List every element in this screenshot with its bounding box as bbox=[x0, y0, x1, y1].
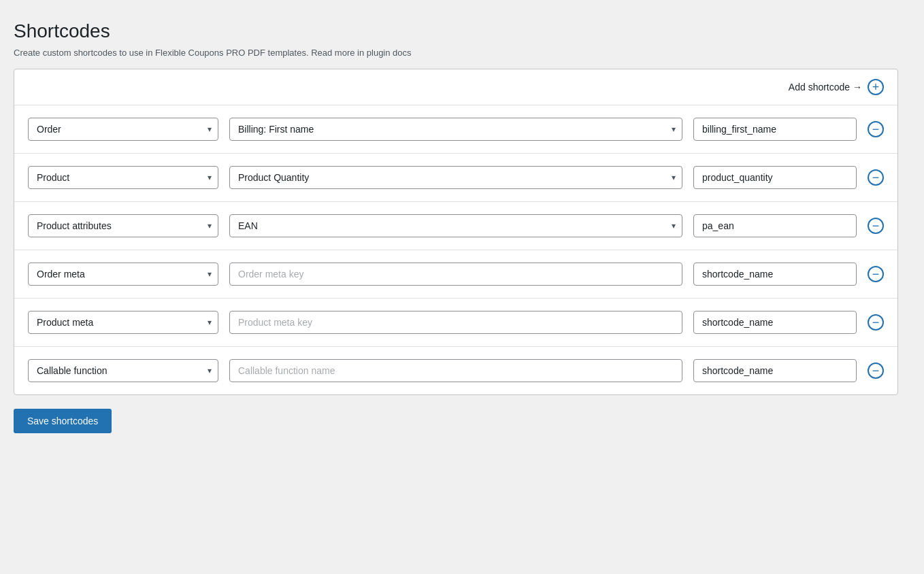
shortcode-value-input[interactable] bbox=[693, 311, 857, 334]
shortcode-row: Order Product Product attributes Order m… bbox=[14, 250, 897, 299]
minus-icon: − bbox=[868, 362, 884, 379]
type-select[interactable]: Order Product Product attributes Order m… bbox=[28, 311, 218, 334]
type-select-wrapper: Order Product Product attributes Order m… bbox=[28, 166, 218, 189]
field-text-input[interactable] bbox=[229, 359, 682, 382]
minus-icon: − bbox=[868, 314, 884, 331]
minus-icon: − bbox=[868, 218, 884, 234]
type-select-wrapper: Order Product Product attributes Order m… bbox=[28, 359, 218, 382]
header-row: Add shortcode → + bbox=[14, 69, 897, 105]
type-select-wrapper: Order Product Product attributes Order m… bbox=[28, 118, 218, 141]
add-shortcode-label: Add shortcode → bbox=[789, 82, 862, 92]
field-text-input[interactable] bbox=[229, 311, 682, 334]
remove-button[interactable]: − bbox=[868, 314, 884, 331]
shortcode-value-input[interactable] bbox=[693, 263, 857, 286]
remove-button[interactable]: − bbox=[868, 121, 884, 137]
field-select[interactable]: Product Quantity bbox=[229, 166, 682, 189]
remove-button[interactable]: − bbox=[868, 218, 884, 234]
field-select[interactable]: EAN bbox=[229, 214, 682, 237]
type-select[interactable]: Order Product Product attributes Order m… bbox=[28, 214, 218, 237]
shortcodes-container: Add shortcode → + Order Product Product … bbox=[14, 69, 898, 395]
field-select-wrapper: Billing: First name ▾ bbox=[229, 118, 682, 141]
shortcode-value-input[interactable] bbox=[693, 359, 857, 382]
shortcode-row: Order Product Product attributes Order m… bbox=[14, 347, 897, 394]
minus-icon: − bbox=[868, 169, 884, 186]
field-select-wrapper: Product Quantity ▾ bbox=[229, 166, 682, 189]
page-subtitle: Create custom shortcodes to use in Flexi… bbox=[14, 48, 910, 58]
save-shortcodes-button[interactable]: Save shortcodes bbox=[14, 409, 112, 433]
shortcode-row: Order Product Product attributes Order m… bbox=[14, 299, 897, 347]
add-shortcode-button[interactable]: Add shortcode → + bbox=[789, 79, 884, 95]
type-select-wrapper: Order Product Product attributes Order m… bbox=[28, 311, 218, 334]
add-icon: + bbox=[868, 79, 884, 95]
page-title: Shortcodes bbox=[14, 20, 910, 42]
remove-button[interactable]: − bbox=[868, 362, 884, 379]
type-select-wrapper: Order Product Product attributes Order m… bbox=[28, 263, 218, 286]
minus-icon: − bbox=[868, 121, 884, 137]
field-select[interactable]: Billing: First name bbox=[229, 118, 682, 141]
type-select[interactable]: Order Product Product attributes Order m… bbox=[28, 359, 218, 382]
type-select[interactable]: Order Product Product attributes Order m… bbox=[28, 263, 218, 286]
shortcode-value-input[interactable] bbox=[693, 118, 857, 141]
field-select-wrapper: EAN ▾ bbox=[229, 214, 682, 237]
shortcode-row: Order Product Product attributes Order m… bbox=[14, 105, 897, 154]
type-select-wrapper: Order Product Product attributes Order m… bbox=[28, 214, 218, 237]
shortcode-row: Order Product Product attributes Order m… bbox=[14, 154, 897, 202]
field-text-input[interactable] bbox=[229, 263, 682, 286]
minus-icon: − bbox=[868, 266, 884, 282]
shortcode-row: Order Product Product attributes Order m… bbox=[14, 202, 897, 250]
remove-button[interactable]: − bbox=[868, 266, 884, 282]
shortcode-value-input[interactable] bbox=[693, 166, 857, 189]
remove-button[interactable]: − bbox=[868, 169, 884, 186]
type-select[interactable]: Order Product Product attributes Order m… bbox=[28, 166, 218, 189]
shortcode-value-input[interactable] bbox=[693, 214, 857, 237]
type-select[interactable]: Order Product Product attributes Order m… bbox=[28, 118, 218, 141]
